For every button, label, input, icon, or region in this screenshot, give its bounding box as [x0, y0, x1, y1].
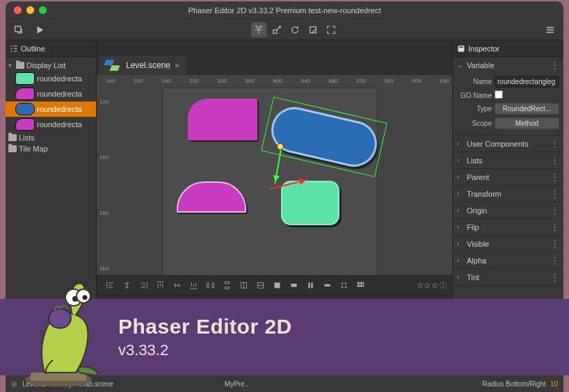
- inspector-title: Inspector: [468, 44, 499, 53]
- grid-1-button[interactable]: [236, 279, 251, 293]
- banner-title: Phaser Editor 2D: [118, 315, 292, 338]
- section-alpha[interactable]: ›Alpha⋮: [453, 252, 563, 268]
- svg-rect-19: [360, 282, 362, 284]
- section-more-icon[interactable]: ⋮: [550, 60, 559, 70]
- canvas-toolbar: ⊙ ⊙ ⊙ ⓘ: [97, 275, 452, 295]
- grid-5-button[interactable]: [303, 279, 318, 293]
- window-title: Phaser Editor 2D v3.33.2 Premium test-ne…: [6, 6, 563, 15]
- lists-node[interactable]: Lists: [6, 132, 96, 143]
- section-visible[interactable]: ›Visible⋮: [453, 236, 563, 252]
- selection-box[interactable]: [261, 97, 387, 177]
- rounded-rect-shape[interactable]: [177, 181, 246, 213]
- svg-rect-22: [360, 285, 362, 287]
- svg-rect-10: [291, 284, 296, 287]
- section-variable[interactable]: ⌄Variable ⋮: [453, 57, 563, 73]
- grid-2-button[interactable]: [253, 279, 268, 293]
- prop-label: Type: [457, 105, 492, 113]
- rounded-rect-shape[interactable]: [281, 181, 339, 225]
- section-transform[interactable]: ›Transform⋮: [453, 186, 563, 202]
- svg-rect-28: [458, 45, 465, 51]
- align-bottom-button[interactable]: [186, 279, 201, 293]
- stage-viewport[interactable]: [162, 88, 378, 275]
- name-input[interactable]: [495, 76, 559, 88]
- prop-label: Scope: [457, 120, 492, 127]
- section-flip[interactable]: ›Flip⋮: [453, 219, 563, 235]
- scope-button[interactable]: Method: [495, 117, 559, 129]
- outline-header: Outline: [6, 40, 96, 57]
- display-list-node[interactable]: ▾ Display List: [6, 60, 96, 71]
- svg-rect-13: [324, 284, 330, 286]
- svg-rect-31: [31, 373, 86, 381]
- rounded-rect-shape[interactable]: [188, 99, 257, 140]
- close-tab-icon[interactable]: ×: [175, 60, 180, 71]
- distribute-v-button[interactable]: [219, 279, 234, 293]
- play-button[interactable]: [32, 22, 47, 38]
- shape-swatch-icon: [15, 88, 35, 100]
- grid-4-button[interactable]: [286, 279, 301, 293]
- canvas-status: ⊙ ⊙ ⊙ ⓘ: [417, 281, 447, 291]
- ruler-vertical: 120200280360: [97, 88, 111, 275]
- svg-rect-6: [225, 287, 230, 288]
- goname-checkbox[interactable]: [495, 90, 503, 99]
- svg-rect-5: [225, 282, 230, 284]
- align-middle-button[interactable]: [169, 279, 184, 293]
- svg-point-36: [49, 309, 71, 328]
- minimize-window-button[interactable]: [26, 6, 34, 14]
- move-tool-button[interactable]: [251, 22, 266, 38]
- svg-point-15: [344, 283, 346, 284]
- outline-item[interactable]: roundedrecta: [6, 71, 96, 86]
- svg-rect-20: [362, 282, 364, 284]
- resize-tool-button[interactable]: [305, 22, 321, 38]
- fullscreen-button[interactable]: [323, 22, 339, 38]
- align-right-button[interactable]: [136, 279, 151, 293]
- svg-point-17: [344, 286, 346, 288]
- titlebar: Phaser Editor 2D v3.33.2 Premium test-ne…: [6, 1, 563, 19]
- svg-point-35: [83, 295, 88, 300]
- maximize-window-button[interactable]: [39, 6, 47, 14]
- outline-item-selected[interactable]: roundedrecta: [6, 101, 96, 117]
- svg-point-14: [341, 283, 342, 284]
- section-user-components[interactable]: ›User Components⋮: [453, 136, 563, 152]
- prop-label: Name: [457, 78, 492, 85]
- tab-level-scene[interactable]: Level.scene ×: [99, 56, 186, 75]
- main-toolbar: [6, 19, 563, 40]
- grid-3-button[interactable]: [269, 279, 284, 293]
- ruler-horizontal: 160200240280320360400440480520560600640: [111, 75, 452, 88]
- grid-grid-button[interactable]: [353, 279, 368, 293]
- svg-rect-0: [15, 26, 21, 31]
- section-parent[interactable]: ›Parent⋮: [453, 169, 563, 185]
- shape-swatch-icon: [15, 72, 35, 85]
- menu-button[interactable]: [543, 22, 558, 38]
- editor-tabbar: Level.scene ×: [97, 40, 452, 75]
- distribute-h-button[interactable]: [202, 279, 218, 293]
- close-window-button[interactable]: [14, 6, 22, 14]
- open-external-icon[interactable]: [11, 22, 26, 38]
- section-origin[interactable]: ›Origin⋮: [453, 202, 563, 218]
- svg-rect-29: [459, 47, 463, 48]
- outline-item[interactable]: roundedrecta: [6, 86, 96, 101]
- grid-6-button[interactable]: [319, 279, 335, 293]
- section-tint[interactable]: ›Tint⋮: [453, 269, 563, 285]
- shape-swatch-icon: [15, 118, 35, 131]
- svg-rect-18: [357, 282, 359, 284]
- outline-title: Outline: [21, 44, 45, 53]
- svg-point-16: [341, 286, 342, 288]
- align-top-button[interactable]: [152, 279, 168, 293]
- scale-tool-button[interactable]: [269, 22, 284, 38]
- prop-label: GO Name: [457, 92, 492, 99]
- svg-rect-9: [274, 282, 280, 288]
- align-center-button[interactable]: [119, 279, 134, 293]
- mascot-icon: [10, 277, 114, 388]
- scene-file-icon: [105, 60, 122, 71]
- rounded-rect-shape-selected[interactable]: [267, 103, 382, 172]
- outline-item[interactable]: roundedrecta: [6, 117, 96, 132]
- svg-rect-23: [362, 285, 364, 287]
- origin-handle[interactable]: [277, 143, 284, 150]
- type-button[interactable]: RoundedRect...: [495, 103, 559, 115]
- tilemap-node[interactable]: Tile Map: [6, 143, 96, 154]
- svg-rect-12: [311, 282, 312, 288]
- rotate-tool-button[interactable]: [287, 22, 303, 38]
- grid-dots-button[interactable]: [336, 279, 351, 293]
- section-lists[interactable]: ›Lists⋮: [453, 152, 563, 168]
- scene-canvas[interactable]: 160200240280320360400440480520560600640 …: [97, 75, 452, 275]
